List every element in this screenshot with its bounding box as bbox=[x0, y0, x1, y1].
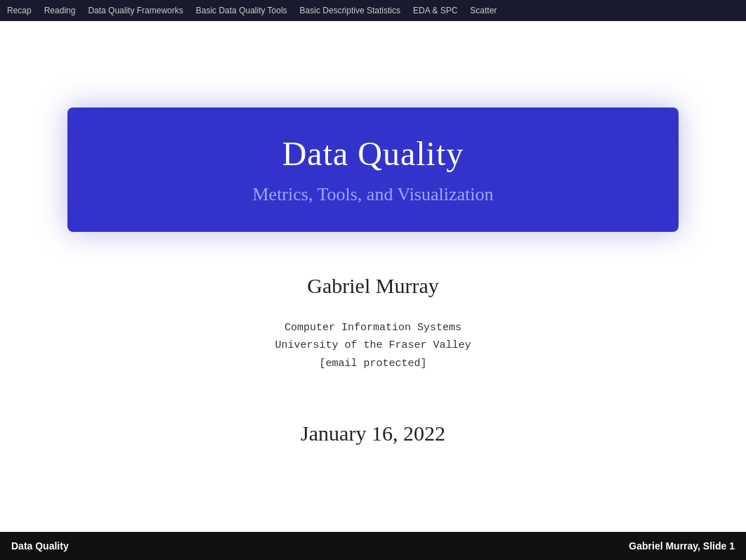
footer-left-label: Data Quality bbox=[11, 540, 69, 552]
affiliation-line2: University of the Fraser Valley bbox=[275, 337, 471, 355]
bottom-bar: Data Quality Gabriel Murray, Slide 1 bbox=[0, 532, 746, 560]
nav-item-frameworks[interactable]: Data Quality Frameworks bbox=[88, 6, 183, 15]
nav-item-eda-spc[interactable]: EDA & SPC bbox=[413, 6, 457, 15]
nav-item-reading[interactable]: Reading bbox=[44, 6, 76, 15]
footer-right-label: Gabriel Murray, Slide 1 bbox=[629, 540, 735, 552]
author-section: Gabriel Murray Computer Information Syst… bbox=[275, 274, 471, 373]
top-navigation: Recap Reading Data Quality Frameworks Ba… bbox=[0, 0, 746, 21]
nav-item-scatter[interactable]: Scatter bbox=[470, 6, 497, 15]
nav-item-descriptive-stats[interactable]: Basic Descriptive Statistics bbox=[300, 6, 400, 15]
slide-main-title: Data Quality bbox=[103, 134, 643, 173]
affiliation-line1: Computer Information Systems bbox=[275, 319, 471, 337]
affiliation-block: Computer Information Systems University … bbox=[275, 319, 471, 373]
affiliation-line3: [email protected] bbox=[275, 355, 471, 373]
author-name: Gabriel Murray bbox=[275, 274, 471, 298]
nav-item-recap[interactable]: Recap bbox=[7, 6, 32, 15]
nav-item-basic-tools[interactable]: Basic Data Quality Tools bbox=[196, 6, 287, 15]
slide-content: Data Quality Metrics, Tools, and Visuali… bbox=[0, 21, 746, 532]
slide-subtitle: Metrics, Tools, and Visualization bbox=[103, 184, 643, 205]
title-box: Data Quality Metrics, Tools, and Visuali… bbox=[67, 108, 679, 232]
date-label: January 16, 2022 bbox=[301, 422, 445, 445]
